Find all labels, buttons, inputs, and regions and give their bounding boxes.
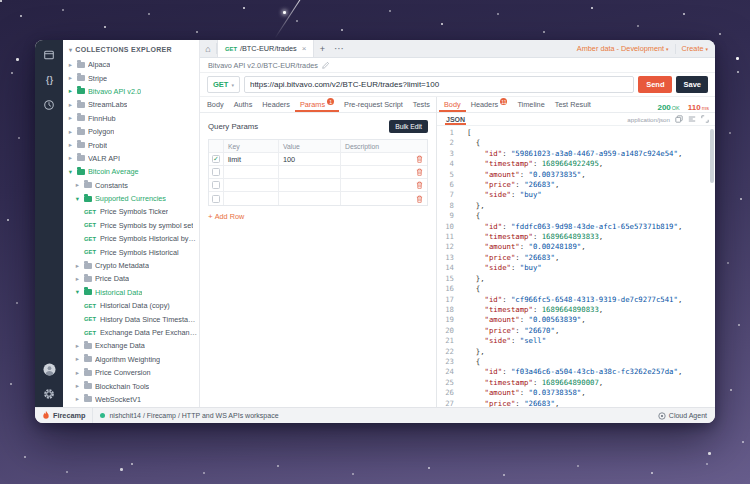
tree-item-folder[interactable]: ▸Bitvavo API v2.0 (63, 85, 199, 98)
code-line: }, (467, 347, 682, 357)
tree-item-request[interactable]: GETHistorical Data (copy) (63, 299, 199, 312)
tab-auths[interactable]: Auths (229, 97, 258, 112)
param-key-cell[interactable] (224, 192, 279, 205)
cloud-agent-selector[interactable]: Cloud Agent (658, 408, 715, 423)
tree-item-folder[interactable]: ▸Algorithm Weighting (63, 353, 199, 366)
copy-icon[interactable] (675, 115, 683, 123)
checkbox-unchecked[interactable] (212, 181, 220, 189)
request-tab[interactable]: GET /BTC-EUR/trades × (217, 40, 314, 57)
line-number: 15 (437, 274, 458, 284)
environment-selector[interactable]: Amber data - Development ▾ (577, 44, 669, 53)
tree-item-folder[interactable]: ▸Probit (63, 138, 199, 151)
tree-item-folder[interactable]: ▸WebSocketV1 (63, 393, 199, 406)
tree-item-folder[interactable]: ▸VALR API (63, 152, 199, 165)
checkbox-unchecked[interactable] (212, 195, 220, 203)
param-key-cell[interactable] (224, 179, 279, 191)
chevron-right-icon: ▸ (67, 154, 74, 162)
collections-icon[interactable] (41, 48, 57, 62)
main-area: ⌂ GET /BTC-EUR/trades × + ··· Amber data… (200, 40, 715, 407)
method-get-badge: GET (84, 249, 97, 255)
tab-pre-request-script[interactable]: Pre-request Script (339, 97, 408, 112)
tree-item-request[interactable]: GETPrice Symbols Historical (63, 245, 199, 258)
tree-item-folder[interactable]: ▸FinnHub (63, 112, 199, 125)
tab-headers[interactable]: Headers (257, 97, 295, 112)
tree-item-request[interactable]: GETHistory Data Since Timestam... (63, 312, 199, 325)
tab-label: Headers (471, 100, 499, 109)
tab-timeline[interactable]: Timeline (512, 97, 549, 112)
delete-row-icon[interactable] (416, 181, 423, 189)
checkbox-unchecked[interactable] (212, 168, 220, 176)
firecamp-menu[interactable]: Firecamp (35, 408, 93, 423)
param-value-cell[interactable]: 100 (279, 153, 341, 165)
delete-row-icon[interactable] (416, 195, 423, 203)
delete-row-icon[interactable] (416, 155, 423, 163)
tree-item-folder[interactable]: ▸Polygon (63, 125, 199, 138)
tree-item-label: Bitvavo API v2.0 (88, 87, 141, 96)
edit-pencil-icon[interactable] (322, 62, 329, 69)
tree-item-request[interactable]: GETPrice Symbols by symbol set (63, 219, 199, 232)
method-select[interactable]: GET ▾ (207, 76, 240, 93)
tree-item-folder[interactable]: ▾Supported Currencies (63, 192, 199, 205)
history-icon[interactable] (41, 98, 57, 112)
collapse-icon[interactable] (688, 115, 696, 123)
workspace-selector[interactable]: nishchit14 / Firecamp / HTTP and WS APIs… (93, 408, 285, 423)
param-value-cell[interactable] (279, 166, 341, 178)
url-input[interactable] (244, 76, 634, 93)
close-icon[interactable]: × (302, 44, 307, 53)
user-avatar[interactable] (41, 362, 57, 376)
tab-headers[interactable]: Headers11 (466, 97, 513, 112)
tree-item-folder[interactable]: ▾Bitcoin Average (63, 165, 199, 178)
response-body-editor[interactable]: 1234567891011121314151617181920212223242… (437, 126, 715, 407)
tree-item-folder[interactable]: ▸StreamLabs (63, 98, 199, 111)
tree-item-folder[interactable]: ▾Historical Data (63, 286, 199, 299)
fullscreen-icon[interactable] (701, 115, 709, 123)
param-description-cell[interactable] (341, 153, 427, 165)
tree-item-folder[interactable]: ▸Constants (63, 179, 199, 192)
more-options-button[interactable]: ··· (330, 40, 348, 57)
tree-item-request[interactable]: GETPrice Symbols Ticker (63, 205, 199, 218)
tab-tests[interactable]: Tests (408, 97, 435, 112)
code-line: "id": "59861023-a3a0-4467-a959-a1487c924… (467, 149, 682, 159)
param-key-cell[interactable]: limit (224, 153, 279, 165)
settings-gear-icon[interactable] (41, 387, 57, 401)
tab-body[interactable]: Body (439, 97, 466, 112)
tree-item-folder[interactable]: ▸Exchange Data (63, 339, 199, 352)
tree-item-request[interactable]: GETExchange Data Per Exchange (63, 326, 199, 339)
param-description-cell[interactable] (341, 192, 427, 205)
tree-item-folder[interactable]: ▸Alpaca (63, 58, 199, 71)
delete-row-icon[interactable] (416, 168, 423, 176)
tab-params[interactable]: Params1 (295, 97, 339, 112)
format-tab-json[interactable]: JSON (445, 116, 466, 123)
send-button[interactable]: Send (638, 76, 672, 93)
tree-item-label: VALR API (88, 154, 120, 163)
param-value-cell[interactable] (279, 192, 341, 205)
param-row: ✓limit100 (209, 153, 427, 166)
tab-body[interactable]: Body (202, 97, 229, 112)
param-description-cell[interactable] (341, 166, 427, 178)
code-line: [ (467, 128, 682, 138)
bulk-edit-button[interactable]: Bulk Edit (389, 120, 428, 133)
braces-icon[interactable]: { } (41, 73, 57, 87)
tree-item-request[interactable]: GETPrice Symbols Historical by set (63, 232, 199, 245)
folder-icon (77, 62, 85, 68)
add-row-button[interactable]: + Add Row (208, 212, 428, 221)
home-button[interactable]: ⌂ (200, 40, 216, 57)
create-button[interactable]: Create ▾ (682, 44, 708, 53)
tree-item-folder[interactable]: ▸Price Data (63, 272, 199, 285)
tree-item-label: Price Symbols Historical (100, 248, 179, 257)
scrollbar-thumb[interactable] (710, 129, 714, 183)
tree-item-folder[interactable]: ▸Crypto Metadata (63, 259, 199, 272)
param-description-cell[interactable] (341, 179, 427, 191)
tab-test-result[interactable]: Test Result (550, 97, 596, 112)
tree-item-label: FinnHub (88, 114, 116, 123)
param-value-cell[interactable] (279, 179, 341, 191)
tree-item-folder[interactable]: ▸Price Conversion (63, 366, 199, 379)
checkbox-checked[interactable]: ✓ (212, 155, 220, 163)
save-button[interactable]: Save (676, 76, 708, 93)
tree-item-folder[interactable]: ▸Stripe (63, 71, 199, 84)
param-key-cell[interactable] (224, 166, 279, 178)
new-tab-button[interactable]: + (314, 40, 330, 57)
status-code: 200 (657, 103, 670, 112)
tree-item-folder[interactable]: ▸Blockchain Tools (63, 379, 199, 392)
explorer-header: ▾ COLLECTIONS EXPLORER (63, 40, 199, 58)
